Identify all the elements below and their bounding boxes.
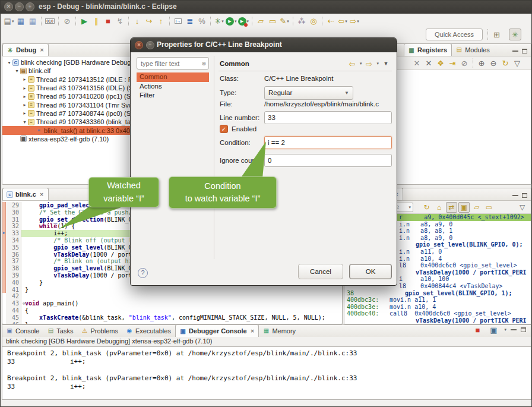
instruction-stepping-icon[interactable]: i→ — [173, 16, 183, 27]
help-icon[interactable]: ? — [138, 268, 148, 278]
refresh-icon[interactable]: ↻ — [500, 58, 511, 68]
suspend-icon[interactable]: ∥ — [91, 16, 102, 27]
maximize-icon[interactable] — [521, 327, 526, 332]
goto-address-icon[interactable]: ⇥ — [447, 58, 458, 68]
open-resource-icon[interactable]: ▭ — [267, 16, 278, 27]
close-icon[interactable]: ✕ — [40, 48, 44, 53]
run-icon[interactable]: ▶▾ — [226, 16, 237, 27]
line-number-gutter[interactable]: 33 — [6, 230, 21, 237]
tab-executables[interactable]: ◉Executables — [122, 324, 175, 337]
line-number-gutter[interactable]: 45 — [6, 314, 21, 321]
chevron-down-icon[interactable]: ▾ — [504, 327, 506, 332]
dialog-section-actions[interactable]: Actions — [137, 82, 209, 92]
resume-icon[interactable]: ▶ — [79, 16, 90, 27]
step-return-icon[interactable]: ↑ — [156, 16, 166, 27]
show-debug-columns-icon[interactable]: ≣ — [185, 16, 195, 27]
back-icon[interactable]: ⇦▾ — [337, 16, 348, 27]
quick-access-button[interactable]: Quick Access — [426, 29, 483, 40]
expander-icon[interactable]: ▾ — [14, 68, 20, 74]
open-new-view-icon[interactable]: ▱ — [471, 202, 482, 213]
line-number-gutter[interactable]: 37 — [6, 258, 21, 265]
ignore-count-field[interactable] — [264, 154, 392, 167]
minimize-icon[interactable] — [512, 51, 518, 52]
binary-view-icon[interactable]: 010 — [45, 16, 55, 27]
expander-icon[interactable]: ▸ — [21, 111, 28, 116]
chevron-down-icon[interactable]: ▾ — [376, 61, 379, 66]
filter-input[interactable] — [140, 59, 197, 68]
save-all-icon[interactable]: ▦ — [27, 16, 38, 27]
line-number-gutter[interactable]: 40 — [6, 279, 21, 286]
line-number-gutter[interactable]: 39 — [6, 272, 21, 279]
annotate-icon[interactable]: ✎▾ — [279, 16, 290, 27]
line-number-gutter[interactable]: 41 — [6, 286, 21, 294]
expander-icon[interactable]: ▸ — [21, 102, 28, 108]
window-close-icon[interactable]: ✕ — [4, 2, 13, 11]
tab-blink-c[interactable]: c blink.c ✕ — [2, 188, 49, 200]
line-number-gutter[interactable]: 35 — [6, 244, 21, 251]
save-icon[interactable]: ▦ — [15, 16, 26, 27]
maximize-icon[interactable] — [522, 193, 527, 198]
collapse-all-icon[interactable]: ⊖ — [488, 58, 499, 68]
forward-icon[interactable]: ⇨ — [363, 58, 374, 69]
profile-icon[interactable]: % — [197, 16, 207, 27]
terminate-icon[interactable]: ■ — [103, 16, 113, 27]
mark-occurrences-icon[interactable]: ◎ — [308, 16, 319, 27]
enabled-checkbox[interactable]: ✓ — [220, 125, 228, 133]
view-menu-icon[interactable]: ▽ — [512, 58, 522, 68]
step-into-icon[interactable]: ↓ — [132, 16, 142, 27]
expander-icon[interactable]: ▸ — [21, 77, 28, 82]
chevron-down-icon[interactable]: ▾ — [360, 61, 362, 66]
debug-icon[interactable]: ✳▾ — [214, 16, 224, 27]
line-number-gutter[interactable]: 31 — [6, 216, 21, 223]
line-number-gutter[interactable]: 44 — [6, 307, 21, 314]
view-menu-icon[interactable]: ▽ — [517, 202, 528, 213]
line-number-gutter[interactable]: 30 — [6, 209, 21, 216]
remove-all-icon[interactable]: ✕ — [423, 58, 434, 68]
expander-icon[interactable]: ▾ — [6, 60, 12, 65]
expander-icon[interactable]: ▸ — [21, 86, 28, 91]
open-perspective-icon[interactable]: ⊞ — [491, 29, 502, 40]
type-dropdown[interactable]: Regular ▼ — [264, 86, 353, 100]
remove-icon[interactable]: ✕ — [411, 58, 422, 68]
window-minimize-icon[interactable]: − — [15, 2, 24, 11]
tab-modules[interactable]: ▤Modules — [452, 43, 494, 56]
line-number-gutter[interactable]: 34 — [6, 237, 21, 244]
line-number-gutter[interactable]: 32 — [6, 223, 21, 230]
sync-selection-icon[interactable]: ⇄ — [446, 202, 457, 213]
expander-icon[interactable]: ▾ — [21, 119, 28, 125]
terminate-icon[interactable]: ■ — [472, 324, 483, 335]
home-icon[interactable]: ⌂ — [433, 202, 445, 213]
team-icon[interactable]: ⁂ — [296, 16, 307, 27]
line-number-gutter[interactable]: 36 — [6, 251, 21, 258]
minimize-icon[interactable] — [511, 329, 517, 331]
cancel-button[interactable]: Cancel — [298, 264, 343, 279]
line-number-gutter[interactable]: 43 — [6, 300, 21, 307]
dialog-section-filter[interactable]: Filter — [137, 91, 209, 100]
external-tools-icon[interactable]: ▶▾ — [238, 16, 249, 27]
tab-tasks[interactable]: ▤Tasks — [43, 324, 77, 337]
tab-debugger-console[interactable]: ▣Debugger Console✕ — [175, 324, 259, 337]
back-icon[interactable]: ⇦ — [347, 58, 357, 69]
expander-icon[interactable]: ▸ — [21, 94, 28, 99]
new-wizard-icon[interactable]: ▤▾ — [4, 16, 14, 27]
dialog-minimize-icon[interactable]: − — [146, 41, 154, 49]
tab-registers[interactable]: ▦Registers — [404, 43, 452, 56]
debug-perspective-icon[interactable]: ✳ — [509, 29, 521, 40]
line-number-field[interactable] — [264, 111, 392, 124]
tab-console[interactable]: ▣Console — [2, 324, 43, 337]
tab-memory[interactable]: ▦Memory — [259, 324, 300, 337]
clear-filter-icon[interactable]: ⊗ — [201, 61, 206, 67]
line-number-gutter[interactable]: 42 — [6, 293, 21, 300]
condition-field[interactable] — [264, 136, 392, 149]
ok-button[interactable]: OK — [349, 264, 392, 279]
skip-breakpoints-icon[interactable]: ⊘ — [62, 16, 72, 27]
last-edit-location-icon[interactable]: ⇠ — [325, 16, 336, 27]
step-over-icon[interactable]: ↪ — [144, 16, 154, 27]
dialog-section-common[interactable]: Common — [137, 72, 209, 82]
disconnect-icon[interactable]: ↯ — [115, 16, 125, 27]
forward-icon[interactable]: ⇨▾ — [349, 16, 360, 27]
pin-icon[interactable]: ⊘ — [459, 58, 470, 68]
tab-debug[interactable]: ✳ Debug ✕ — [2, 43, 49, 56]
expand-all-icon[interactable]: ⊕ — [476, 58, 487, 68]
open-task-icon[interactable]: ▱ — [255, 16, 266, 27]
